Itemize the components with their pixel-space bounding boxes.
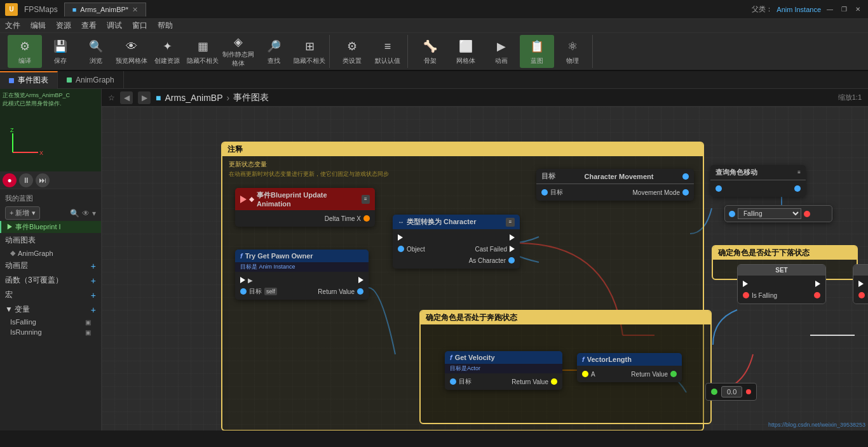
value-node[interactable]: 0.0: [705, 383, 757, 401]
deltatime-pin-dot: [363, 215, 370, 222]
event-graph-tab[interactable]: 事件图表: [0, 71, 58, 89]
query-menu[interactable]: ≡: [797, 170, 801, 175]
close-button[interactable]: ✕: [853, 4, 863, 15]
graph-canvas[interactable]: 注释 更新状态变量 在动画更新时对状态变量进行更新，使它们固定与游戏状态同步 确…: [102, 107, 868, 430]
back-button[interactable]: ◀: [120, 91, 133, 104]
sidebar: 正在预览Arms_AnimBP_C 此模式已禁用身骨操作. X Z ● ⏸ ⏭ …: [0, 89, 102, 430]
find-button[interactable]: 🔎 查找: [257, 35, 291, 68]
event-item[interactable]: ▶ 事件Blueprint I: [0, 221, 101, 233]
add-macro-button[interactable]: +: [91, 290, 96, 300]
anim-layer-section[interactable]: 动画层 +: [0, 258, 101, 273]
menu-view[interactable]: 查看: [81, 20, 97, 31]
pawn-exec-in-pin: [240, 277, 245, 283]
set-running-node[interactable]: SET Is Running: [853, 264, 868, 304]
pawn-exec-in: ▶: [240, 277, 253, 284]
record-button[interactable]: ●: [3, 173, 17, 187]
add-function-button[interactable]: +: [91, 276, 96, 286]
menu-assets[interactable]: 资源: [56, 20, 71, 31]
animation-button[interactable]: ▶ 动画: [484, 35, 519, 68]
restore-button[interactable]: ❐: [839, 4, 849, 15]
cast-body: Object Cast Failed As Character: [393, 229, 520, 269]
more-icon[interactable]: ▾: [92, 209, 96, 218]
eye-icon[interactable]: 👁: [82, 209, 90, 218]
tab-dot-anim: [67, 77, 72, 83]
anim-graph-tab[interactable]: AnimGraph: [58, 71, 124, 89]
query-movement-node[interactable]: 查询角色移动 ≡: [710, 165, 806, 197]
tab-dot-event: [9, 78, 14, 83]
query-movement-body: [710, 180, 806, 197]
cast-object-dot: [398, 246, 404, 252]
skeleton-button[interactable]: 🦴 骨架: [413, 35, 447, 68]
create-asset-button[interactable]: ✦ 创建资源: [150, 35, 184, 68]
set-falling-node[interactable]: SET Is Falling: [737, 264, 826, 304]
star-button[interactable]: ☆: [108, 93, 115, 102]
graph-area: ☆ ◀ ▶ ■ Arms_AnimBP › 事件图表 缩放1:1: [102, 89, 868, 430]
preview-mesh-button[interactable]: 👁 预览网格体: [114, 35, 149, 68]
vl-a-pin: A: [582, 371, 595, 378]
tab-row: 事件图表 AnimGraph: [0, 71, 868, 89]
falling-node[interactable]: Falling Walking Swimming: [724, 205, 832, 222]
app-icon: U: [5, 3, 18, 16]
cast-menu[interactable]: ≡: [506, 218, 515, 227]
isrunning-var[interactable]: IsRunning ▣: [0, 327, 101, 337]
class-settings-button[interactable]: ⚙ 类设置: [335, 35, 369, 68]
event-update-animation-node[interactable]: ◆ 事件Blueprint Update Animation ≡ Delta T…: [235, 188, 375, 227]
forward-button[interactable]: ▶: [138, 91, 151, 104]
value-display: 0.0: [721, 386, 742, 397]
anim-graph-section[interactable]: 动画图表: [0, 233, 101, 248]
add-variable-button[interactable]: +: [91, 305, 96, 315]
set-falling-in-dot: [743, 292, 749, 298]
event-node-body: Delta Time X: [235, 210, 375, 227]
add-anim-layer-button[interactable]: +: [91, 261, 96, 271]
velocity-target-pin: 目标: [450, 377, 471, 386]
functions-section[interactable]: 函数（3可覆盖） +: [0, 273, 101, 288]
pawn-target-dot: [240, 288, 247, 295]
menu-window[interactable]: 窗口: [132, 20, 147, 31]
value-in-pin: [711, 389, 717, 395]
isfalling-var[interactable]: IsFalling ▣: [0, 317, 101, 327]
menu-file[interactable]: 文件: [5, 20, 20, 31]
physics-button[interactable]: ⚛ 物理: [555, 35, 590, 68]
cast-exec-out: [510, 234, 515, 241]
animation-icon: ▶: [492, 37, 510, 55]
preview-axes: X Z: [6, 127, 44, 165]
tab-close-icon[interactable]: ✕: [132, 6, 138, 14]
event-node-menu[interactable]: ≡: [362, 195, 370, 204]
my-blueprints-header[interactable]: 我的蓝图: [0, 192, 101, 205]
pawn-target-pin: 目标 self: [240, 287, 277, 296]
get-velocity-node[interactable]: f Get Velocity 目标是Actor 目标 Return Value: [445, 351, 562, 390]
cast-character-node[interactable]: ↔ 类型转换为 Character ≡ Object: [393, 215, 520, 269]
variables-section[interactable]: ▼ 变量 +: [0, 302, 101, 317]
try-get-pawn-node[interactable]: f Try Get Pawn Owner 目标是 Anim Instance ▶: [235, 250, 369, 300]
minimize-button[interactable]: —: [825, 4, 835, 15]
anim-graph-item[interactable]: ◆ AnimGraph: [0, 248, 101, 258]
hide-unrelated1-button[interactable]: ▦ 隐藏不相关: [186, 35, 220, 68]
vector-length-node[interactable]: f VectorLength A Return Value: [577, 353, 682, 382]
new-add-button[interactable]: + 新增 ▾: [5, 206, 40, 220]
menu-edit[interactable]: 编辑: [31, 20, 46, 31]
blueprint-button[interactable]: 📋 蓝图: [520, 35, 554, 68]
hide-unrelated2-button[interactable]: ⊞ 隐藏不相关: [292, 35, 327, 68]
default-value-button[interactable]: ≡ 默认认值: [370, 35, 405, 68]
search-icon[interactable]: 🔍: [70, 209, 79, 218]
hide-unrelated1-icon: ▦: [194, 37, 212, 55]
pawn-exec-out-pin: [358, 277, 363, 283]
animbp-tab[interactable]: ■ Arms_AnimBP* ✕: [64, 3, 146, 17]
static-mesh-icon: ◈: [229, 35, 247, 49]
mesh-button[interactable]: ⬜ 网格体: [449, 35, 483, 68]
vl-return-pin: Return Value: [631, 371, 677, 378]
step-button[interactable]: ⏭: [36, 173, 50, 187]
menu-help[interactable]: 帮助: [158, 20, 173, 31]
static-mesh-button[interactable]: ◈ 制作静态网格体: [221, 35, 255, 68]
falling-dropdown[interactable]: Falling Walking Swimming: [738, 208, 801, 219]
pause-button[interactable]: ⏸: [19, 173, 33, 187]
browse-button[interactable]: 🔍 浏览: [79, 35, 113, 68]
event-exec-pin: [240, 196, 247, 203]
save-icon: 💾: [51, 37, 69, 55]
save-button[interactable]: 💾 保存: [43, 35, 78, 68]
compile-button[interactable]: ⚙ 编译: [8, 35, 42, 68]
menu-debug[interactable]: 调试: [107, 20, 122, 31]
pawn-return-dot: [357, 288, 363, 295]
char-movement-node[interactable]: 目标 Character Movement 目标 Movement Mode: [536, 169, 694, 201]
macros-section[interactable]: 宏 +: [0, 288, 101, 302]
